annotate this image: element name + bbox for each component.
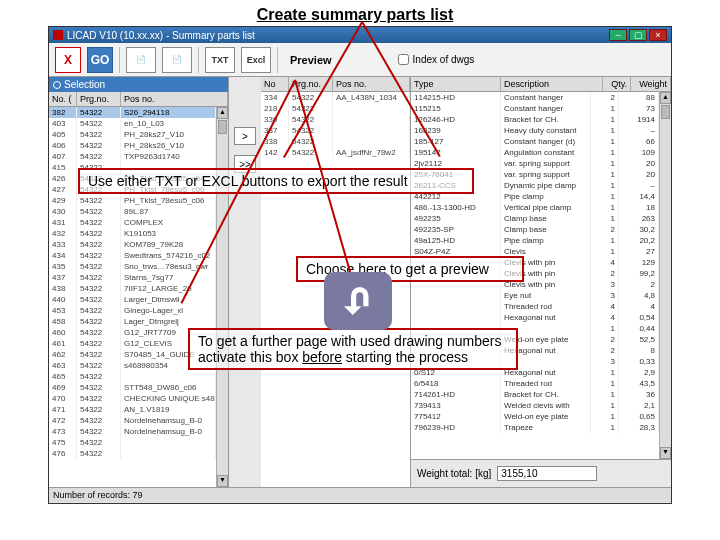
table-row[interactable]: 714261-HDBracket for CH.136: [411, 389, 659, 400]
preview-label[interactable]: Preview: [290, 54, 332, 66]
table-row[interactable]: 43254322K191053: [49, 228, 216, 239]
selection-panel: Selection No. ( Prg.no. Pos no. 38254322…: [49, 77, 229, 487]
callout-export: Use either TXT or EXCL buttons to export…: [78, 168, 474, 194]
table-row[interactable]: Threaded rod44: [411, 301, 659, 312]
table-row[interactable]: 115215Constant hanger173: [411, 103, 659, 114]
mcol-no[interactable]: No: [261, 77, 289, 91]
index-dwgs-checkbox[interactable]: [398, 54, 409, 65]
table-row[interactable]: 33854322: [261, 136, 410, 147]
table-row[interactable]: Eye nut34,8: [411, 290, 659, 301]
rcol-wt[interactable]: Weight: [631, 77, 671, 91]
document-icon: 📄: [172, 55, 182, 64]
table-row[interactable]: 42954322PH_Tklst_78esu5_c06: [49, 195, 216, 206]
table-row[interactable]: 796239-HDTrapeze128,3: [411, 422, 659, 433]
table-row[interactable]: 4305432289L.87: [49, 206, 216, 217]
status-bar: Number of records: 79: [49, 487, 671, 502]
table-row[interactable]: 492235Clamp base1263: [411, 213, 659, 224]
table-row[interactable]: 40354322en_10_L03: [49, 118, 216, 129]
selection-header: Selection: [49, 77, 228, 92]
table-row[interactable]: 47054322CHECKING UNIQUE s484: [49, 393, 216, 404]
doc1-button[interactable]: 📄: [126, 47, 156, 73]
table-row[interactable]: 195147Angulation constant1109: [411, 147, 659, 158]
doc2-button[interactable]: 📄: [162, 47, 192, 73]
weight-total-field[interactable]: [497, 466, 597, 481]
window-title: LICAD V10 (10.xx.xx) - Summary parts lis…: [67, 30, 609, 41]
table-row[interactable]: 43454322Swedtrans_574216_c02: [49, 250, 216, 261]
col-pos[interactable]: Pos no.: [121, 92, 228, 106]
close-button[interactable]: ×: [649, 29, 667, 41]
table-row[interactable]: 43154322COMPLEX: [49, 217, 216, 228]
nav-back-badge[interactable]: [324, 272, 392, 330]
table-row[interactable]: 185-127Constant hanger (d)166: [411, 136, 659, 147]
transfer-column: > >>: [229, 77, 261, 487]
callout-checkbox: To get a further page with used drawing …: [188, 328, 518, 370]
table-row[interactable]: 49a125-HDPipe clamp120,2: [411, 235, 659, 246]
table-row[interactable]: 47354322Nordelnehamsug_B-0: [49, 426, 216, 437]
table-row[interactable]: 38254322S26_294118: [49, 107, 216, 118]
move-right-button[interactable]: >: [234, 127, 256, 145]
titlebar: LICAD V10 (10.xx.xx) - Summary parts lis…: [49, 27, 671, 43]
table-row[interactable]: 40754322TXP9263d1740: [49, 151, 216, 162]
table-row[interactable]: 492235-SPClamp base230,2: [411, 224, 659, 235]
col-prg[interactable]: Prg.no.: [77, 92, 121, 106]
toolbar: X GO 📄 📄 TXT Excl Preview Index of dwgs: [49, 43, 671, 77]
table-row[interactable]: 6/5418Threaded rod143,5: [411, 378, 659, 389]
rcol-type[interactable]: Type: [411, 77, 501, 91]
table-row[interactable]: 46554322: [49, 371, 216, 382]
circle-icon: [53, 81, 61, 89]
table-row[interactable]: 775412Weld-on eye plate10,65: [411, 411, 659, 422]
results-panel: Type Description Qty. Weight 114215-HDCo…: [411, 77, 671, 487]
rcol-qty[interactable]: Qty.: [603, 77, 631, 91]
table-row[interactable]: 45854322Lager_Dtmgrelj: [49, 316, 216, 327]
slide-title: Create summary parts list: [0, 6, 710, 24]
table-row[interactable]: 47254322Nordelnehamsug_B-0: [49, 415, 216, 426]
table-row[interactable]: 43354322KOM789_79K28: [49, 239, 216, 250]
table-row[interactable]: 43554322Sno_trws…78esu3_cwr: [49, 261, 216, 272]
scrollbar[interactable]: ▲▼: [659, 92, 671, 459]
table-row[interactable]: 126246-HDBracket for CH.11914: [411, 114, 659, 125]
table-row[interactable]: 47554322: [49, 437, 216, 448]
close-panel-button[interactable]: X: [55, 47, 81, 73]
app-icon: [53, 30, 63, 40]
scrollbar[interactable]: ▲▼: [216, 107, 228, 487]
table-row[interactable]: 168239Heavy duty constant1–: [411, 125, 659, 136]
selection-list[interactable]: 38254322S26_29411840354322en_10_L0340554…: [49, 107, 216, 487]
go-button[interactable]: GO: [87, 47, 113, 73]
document-icon: 📄: [136, 55, 146, 64]
table-row[interactable]: 45354322Ginego-Lager_xl: [49, 305, 216, 316]
table-row[interactable]: Hexagonal nut40,54: [411, 312, 659, 323]
uturn-arrow-icon: [337, 280, 379, 322]
table-row[interactable]: 40554322PH_28ks27_V10: [49, 129, 216, 140]
table-row[interactable]: 44054322Larger_Dtmswli: [49, 294, 216, 305]
table-row[interactable]: 114215-HDConstant hanger288: [411, 92, 659, 103]
maximize-button[interactable]: ▢: [629, 29, 647, 41]
rcol-desc[interactable]: Description: [501, 77, 603, 91]
table-row[interactable]: 33654322: [261, 114, 410, 125]
excl-button[interactable]: Excl: [241, 47, 271, 73]
col-no[interactable]: No. (: [49, 92, 77, 106]
table-row[interactable]: 739413Welded clevis with12,1: [411, 400, 659, 411]
weight-total-label: Weight total: [kg]: [417, 468, 491, 479]
minimize-button[interactable]: –: [609, 29, 627, 41]
txt-button[interactable]: TXT: [205, 47, 235, 73]
table-row[interactable]: 40654322PH_28ks26_V10: [49, 140, 216, 151]
table-row[interactable]: 486.-13-1300-HDVertical pipe clamp118: [411, 202, 659, 213]
table-row[interactable]: 33754322: [261, 125, 410, 136]
index-dwgs-label: Index of dwgs: [413, 54, 475, 65]
table-row[interactable]: 47154322AN_1.V1819: [49, 404, 216, 415]
table-row[interactable]: 46954322STT548_DW86_c06: [49, 382, 216, 393]
table-row[interactable]: 47654322: [49, 448, 216, 459]
